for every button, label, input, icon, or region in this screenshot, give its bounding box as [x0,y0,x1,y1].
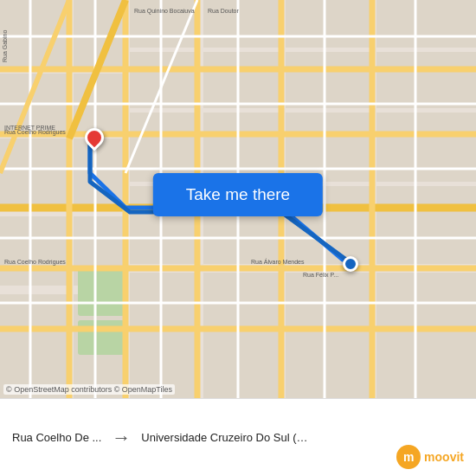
svg-rect-16 [203,113,281,182]
svg-rect-11 [286,52,372,108]
svg-text:Rua Félix P...: Rua Félix P... [303,272,338,278]
moovit-text: moovit [424,450,464,464]
svg-rect-6 [376,0,476,48]
svg-rect-19 [0,216,69,286]
route-to: Universidade Cruzeiro Do Sul (Un... [141,431,314,444]
svg-rect-30 [376,273,476,398]
destination-marker [343,256,358,272]
map-container: Rua Gabino Rua Quinino Bocaiuva Rua Dout… [0,0,476,398]
svg-rect-32 [78,320,125,355]
origin-marker [85,128,104,147]
svg-rect-25 [0,294,69,398]
moovit-icon: m [396,445,421,469]
svg-text:Rua Doutor: Rua Doutor [208,8,239,14]
svg-text:Rua Quinino Bocaiuva: Rua Quinino Bocaiuva [134,8,195,15]
svg-rect-5 [286,0,372,48]
route-from-name: Rua Coelho De ... [12,431,101,444]
cta-button-container: Take me there [153,173,323,216]
moovit-logo: m moovit [396,445,464,469]
bottom-bar: Rua Coelho De ... → Universidade Cruzeir… [0,398,476,476]
svg-rect-18 [376,113,476,182]
svg-rect-24 [376,186,476,264]
svg-text:Rua Gabino: Rua Gabino [2,30,8,62]
route-arrow: → [112,427,131,449]
route-from: Rua Coelho De ... [12,431,101,444]
svg-rect-31 [78,268,125,316]
svg-rect-10 [203,52,281,108]
take-me-there-button[interactable]: Take me there [153,173,323,216]
route-to-name: Universidade Cruzeiro Do Sul (Un... [141,431,314,444]
svg-rect-28 [203,273,281,398]
svg-text:Rua Coelho Rodrigues: Rua Coelho Rodrigues [4,129,66,136]
map-attribution: © OpenStreetMap contributors © OpenMapTi… [3,384,175,395]
svg-rect-17 [286,113,372,182]
svg-text:Rua Coelho Rodrigues: Rua Coelho Rodrigues [4,259,66,266]
svg-rect-12 [376,52,476,108]
svg-text:Rua Álvaro Mendes: Rua Álvaro Mendes [251,258,305,265]
svg-rect-29 [286,273,372,398]
svg-rect-1 [0,0,69,69]
